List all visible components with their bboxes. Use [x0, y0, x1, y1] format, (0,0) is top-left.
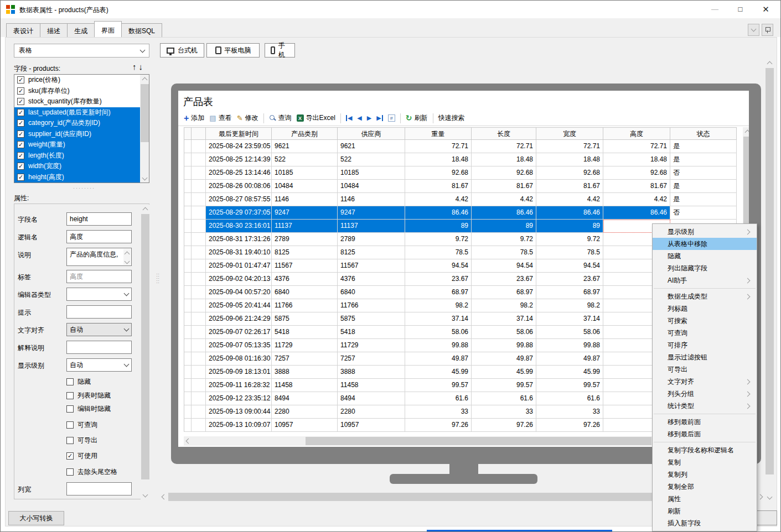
field-checkbox[interactable]: ✓: [17, 119, 24, 127]
cell-category_id[interactable]: 2280: [272, 405, 338, 419]
cell-length[interactable]: 92.68: [472, 166, 536, 180]
scroll-up-icon[interactable]: [743, 127, 749, 135]
tab-数据SQL[interactable]: 数据SQL: [121, 23, 162, 37]
cell-category_id[interactable]: 11458: [272, 379, 338, 392]
cell-width[interactable]: 58.06: [536, 326, 603, 339]
cell-length[interactable]: 86.46: [472, 206, 536, 220]
field-checkbox[interactable]: ✓: [17, 87, 24, 95]
field-list-item[interactable]: ✓supplier_id(供应商ID): [14, 129, 140, 140]
scroll-up-icon[interactable]: [141, 205, 150, 213]
scroll-left-icon[interactable]: [159, 492, 168, 502]
cell-weight[interactable]: 33: [405, 405, 472, 419]
cell-category_id[interactable]: 6840: [272, 286, 338, 299]
checkbox-icon[interactable]: [66, 437, 74, 444]
context-menu-item-可查询[interactable]: 可查询: [653, 327, 757, 339]
cell-supplier_id[interactable]: 9621: [338, 140, 405, 153]
quick-search-label[interactable]: 快速搜索: [438, 113, 465, 123]
cell-weight[interactable]: 68.97: [405, 286, 472, 299]
query-button[interactable]: 查询: [269, 113, 292, 123]
cell-supplier_id[interactable]: 11766: [338, 299, 405, 312]
checkbox-icon[interactable]: ✓: [66, 452, 74, 460]
cell-last_updated[interactable]: 2025-09-01 01:47:47: [206, 259, 272, 273]
property-checkbox-可查询[interactable]: 可查询: [66, 420, 97, 430]
cell-length[interactable]: 89: [472, 220, 536, 233]
context-menu-item-隐藏[interactable]: 隐藏: [653, 250, 757, 262]
context-menu-item-属性[interactable]: 属性: [653, 493, 757, 505]
modify-button[interactable]: ✎修改: [237, 113, 258, 123]
cell-last_updated[interactable]: 2025-09-02 04:20:13: [206, 273, 272, 286]
context-menu-item-统计类型[interactable]: 统计类型: [653, 400, 757, 412]
cell-status[interactable]: 是: [670, 153, 737, 166]
cell-length[interactable]: 23.67: [472, 273, 536, 286]
cell-last_updated[interactable]: 2025-09-08 01:16:30: [206, 352, 272, 366]
cell-category_id[interactable]: 3888: [272, 366, 338, 379]
cell-last_updated[interactable]: 2025-08-25 13:14:46: [206, 166, 272, 180]
scroll-left-icon[interactable]: [184, 436, 192, 446]
cell-status[interactable]: 是: [670, 140, 737, 153]
cell-weight[interactable]: 18.48: [405, 153, 472, 166]
table-row[interactable]: 2025-08-25 12:14:3952252218.4818.4818.48…: [184, 153, 737, 166]
cell-weight[interactable]: 9.72: [405, 233, 472, 246]
cell-category_id[interactable]: 8494: [272, 392, 338, 405]
cell-length[interactable]: 9.72: [472, 233, 536, 246]
view-button[interactable]: ▤查看: [209, 113, 231, 123]
cell-status[interactable]: 是: [670, 193, 737, 206]
cell-length[interactable]: 58.06: [472, 326, 536, 339]
cell-status[interactable]: 是: [670, 180, 737, 193]
cell-last_updated[interactable]: 2025-09-07 02:26:17: [206, 326, 272, 339]
checkbox-icon[interactable]: [66, 468, 74, 476]
context-menu-item-可导出[interactable]: 可导出: [653, 363, 757, 375]
scroll-down-icon[interactable]: [765, 493, 774, 502]
cell-width[interactable]: 33: [536, 405, 603, 419]
cell-category_id[interactable]: 11137: [272, 220, 338, 233]
field-checkbox[interactable]: ✓: [17, 131, 24, 138]
phone-button[interactable]: 手机: [265, 43, 295, 58]
cell-supplier_id[interactable]: 11137: [338, 220, 405, 233]
field-checkbox[interactable]: ✓: [17, 109, 24, 116]
checkbox-icon[interactable]: [66, 392, 74, 399]
cell-width[interactable]: 99.57: [536, 379, 603, 392]
cell-category_id[interactable]: 10185: [272, 166, 338, 180]
property-input-解释说明[interactable]: [66, 341, 132, 354]
cell-weight[interactable]: 23.67: [405, 273, 472, 286]
cell-width[interactable]: 81.67: [536, 180, 603, 193]
context-menu-item-数据生成类型[interactable]: 数据生成类型: [653, 290, 757, 302]
cell-weight[interactable]: 98.2: [405, 299, 472, 312]
property-checkbox-可使用[interactable]: ✓可使用: [66, 451, 97, 461]
horizontal-splitter-grip[interactable]: ········: [73, 185, 95, 191]
cell-last_updated[interactable]: 2025-09-04 00:57:20: [206, 286, 272, 299]
tab-界面[interactable]: 界面: [94, 21, 122, 37]
context-menu-item-列头分组[interactable]: 列头分组: [653, 388, 757, 400]
property-input-逻辑名[interactable]: 高度: [66, 230, 132, 243]
checkbox-icon[interactable]: [66, 405, 74, 413]
first-page-icon[interactable]: ◀: [346, 115, 352, 121]
scrollbar-thumb[interactable]: [766, 68, 774, 474]
cell-length[interactable]: 81.67: [472, 180, 536, 193]
cell-width[interactable]: 94.54: [536, 259, 603, 273]
cell-supplier_id[interactable]: 11458: [338, 379, 405, 392]
cell-weight[interactable]: 92.68: [405, 166, 472, 180]
field-list-item[interactable]: ✓stock_quantity(库存数量): [14, 96, 140, 107]
column-header-长度[interactable]: 长度: [472, 127, 536, 140]
view-type-select[interactable]: 表格: [14, 44, 149, 58]
cell-length[interactable]: 99.57: [472, 379, 536, 392]
context-menu-item-可排序[interactable]: 可排序: [653, 339, 757, 351]
cell-weight[interactable]: 99.57: [405, 379, 472, 392]
property-input-标签[interactable]: 高度: [66, 270, 132, 283]
cell-weight[interactable]: 86.46: [405, 206, 472, 220]
property-description-textarea[interactable]: 产品的高度信息,: [66, 248, 132, 266]
cell-supplier_id[interactable]: 4376: [338, 273, 405, 286]
cell-length[interactable]: 45.99: [472, 366, 536, 379]
cell-last_updated[interactable]: 2025-09-11 16:28:32: [206, 379, 272, 392]
cell-category_id[interactable]: 10957: [272, 419, 338, 432]
scroll-up-icon[interactable]: [765, 59, 774, 67]
cell-width[interactable]: 99.88: [536, 339, 603, 352]
cell-height[interactable]: 86.46: [603, 206, 670, 220]
field-list-item[interactable]: ✓width(宽度): [14, 161, 140, 172]
cell-weight[interactable]: 58.06: [405, 326, 472, 339]
cell-width[interactable]: 49.87: [536, 352, 603, 366]
column-header-最后更新时间[interactable]: 最后更新时间: [206, 127, 272, 140]
page-number-icon[interactable]: #: [388, 114, 395, 122]
field-list-item[interactable]: ✓last_updated(最后更新时间): [14, 107, 140, 118]
vertical-splitter-grip[interactable]: ··········: [156, 273, 159, 284]
